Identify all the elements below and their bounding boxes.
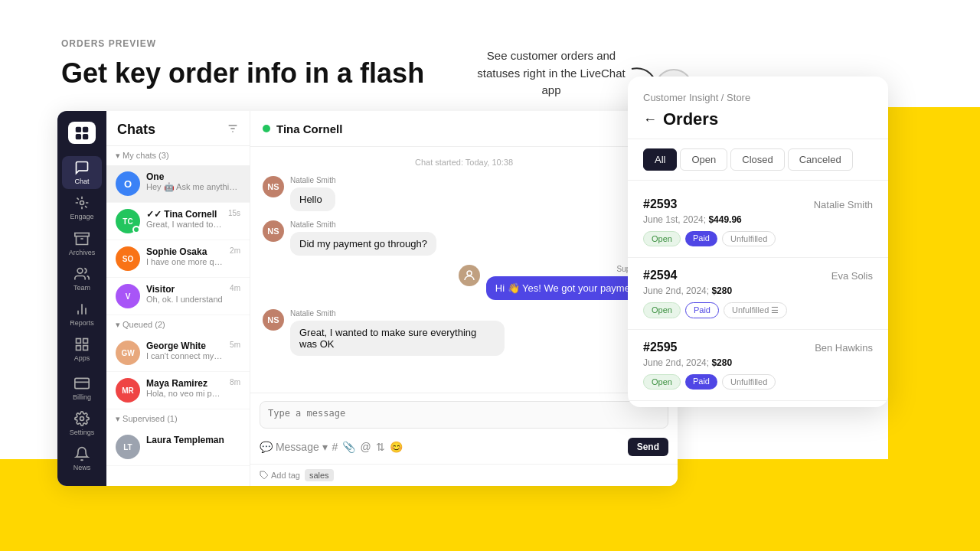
msg-bubble-hello: Hello	[290, 187, 335, 211]
yellow-bg-right	[888, 107, 980, 459]
chats-title: Chats	[117, 122, 155, 138]
sidebar-item-news-label: News	[74, 464, 91, 471]
chat-item-visitor[interactable]: V Visitor Oh, ok. I understand 4m	[106, 278, 250, 315]
chat-info-maya: Maya Ramirez Hola, no veo mi pedido en l…	[146, 378, 224, 398]
chats-panel: Chats ▾ My chats (3) O One Hey 🤖 Ask me …	[106, 111, 250, 486]
message-input[interactable]	[260, 401, 668, 429]
chat-item-george[interactable]: GW George White I can't connect my card.…	[106, 334, 250, 372]
sidebar-item-engage[interactable]: Engage	[62, 192, 102, 224]
insight-header: Customer Insight / Store ← Orders	[628, 77, 888, 139]
insight-panel: Customer Insight / Store ← Orders All Op…	[628, 77, 888, 407]
toolbar-left: 💬 Message ▾ # 📎 @ ⇅ 😊	[260, 441, 622, 453]
chat-time-maya: 8m	[230, 378, 240, 386]
nav-logo	[68, 122, 96, 144]
msg-hello: NS Natalie Smith Hello	[263, 176, 665, 211]
chat-item-tina[interactable]: TC ✓✓ Tina Cornell Great, I wanted to ma…	[106, 203, 250, 240]
svg-rect-17	[75, 378, 89, 388]
sidebar-item-team[interactable]: Team	[62, 262, 102, 295]
code-icon[interactable]: ⇅	[376, 441, 385, 453]
my-chats-label: ▾ My chats (3)	[106, 146, 250, 165]
badge-open-2595: Open	[643, 374, 681, 390]
order-badges-2594: Open Paid Unfulfilled ☰	[643, 302, 873, 318]
chat-item-laura[interactable]: LT Laura Templeman	[106, 429, 250, 466]
sidebar-item-settings[interactable]: Settings	[62, 407, 102, 439]
msg-avatar-natalie3: NS	[263, 309, 284, 331]
chat-messages: Chat started: Today, 10:38 NS Natalie Sm…	[250, 147, 678, 393]
tag-sales: sales	[305, 469, 334, 481]
tab-open[interactable]: Open	[680, 148, 727, 171]
badge-unfulfilled-2594: Unfulfilled ☰	[724, 302, 787, 318]
chat-item-one[interactable]: O One Hey 🤖 Ask me anything!	[106, 165, 250, 203]
svg-rect-16	[77, 346, 81, 350]
send-button[interactable]: Send	[628, 438, 668, 456]
chat-avatar-maya: MR	[116, 378, 140, 403]
msg-avatar-agent	[459, 265, 480, 286]
chat-avatar-sophie: SO	[116, 246, 140, 271]
tab-all[interactable]: All	[643, 148, 677, 171]
badge-open-2593: Open	[643, 231, 681, 246]
tab-closed[interactable]: Closed	[730, 148, 784, 171]
sidebar-item-billing[interactable]: Billing	[62, 372, 102, 404]
chat-info-tina: ✓✓ Tina Cornell Great, I wanted to make …	[146, 209, 222, 229]
msg-sender-natalie3: Natalie Smith	[290, 309, 505, 318]
svg-rect-14	[83, 339, 88, 344]
sidebar-item-chat[interactable]: Chat	[62, 156, 102, 188]
chat-time-sophie: 2m	[230, 246, 240, 255]
order-2595[interactable]: #2595 Ben Hawkins June 2nd, 2024; $280 O…	[628, 330, 888, 401]
chat-info-george: George White I can't connect my card...	[146, 341, 224, 360]
chat-header: Tina Cornell •••	[250, 111, 678, 147]
order-badges-2595: Open Paid Unfulfilled	[643, 374, 873, 390]
svg-rect-5	[83, 134, 88, 139]
msg-bubble-payment: Did my payment go through?	[290, 232, 436, 256]
order-date-2595: June 2nd, 2024; $280	[643, 357, 873, 368]
chat-tags-area: Add tag sales	[250, 464, 678, 486]
msg-agent-response: Support Agent Hi 👋 Yes! We got your paym…	[263, 265, 665, 300]
badge-paid-2593: Paid	[685, 231, 717, 246]
order-date-2593: June 1st, 2024; $449.96	[643, 214, 873, 225]
order-2593[interactable]: #2593 Natalie Smith June 1st, 2024; $449…	[628, 187, 888, 258]
sidebar-item-engage-label: Engage	[70, 213, 93, 220]
svg-point-9	[77, 268, 83, 273]
back-button[interactable]: ←	[643, 112, 657, 128]
msg-sender-natalie: Natalie Smith	[290, 176, 335, 184]
attachment-icon[interactable]: 📎	[342, 441, 355, 453]
chat-avatar-one: O	[116, 171, 140, 196]
order-id-2594: #2594	[643, 269, 678, 282]
msg-avatar-natalie: NS	[263, 176, 284, 197]
hashtag-icon[interactable]: #	[332, 441, 338, 453]
sidebar-item-apps-label: Apps	[74, 354, 90, 362]
tab-canceled[interactable]: Canceled	[788, 148, 853, 171]
orders-tabs: All Open Closed Canceled	[628, 139, 888, 181]
sidebar-item-reports-label: Reports	[70, 319, 94, 327]
chat-window: Tina Cornell ••• Chat started: Today, 10…	[250, 111, 678, 486]
supervised-label: ▾ Supervised (1)	[106, 409, 250, 429]
filter-icon[interactable]	[227, 122, 239, 138]
chat-info-sophie: Sophie Osaka I have one more question. C…	[146, 246, 224, 266]
chat-toolbar: 💬 Message ▾ # 📎 @ ⇅ 😊 Send	[260, 438, 668, 456]
order-date-2594: June 2nd, 2024; $280	[643, 285, 873, 296]
mention-icon[interactable]: @	[360, 441, 371, 453]
badge-open-2594: Open	[643, 302, 681, 318]
chat-avatar-visitor: V	[116, 284, 140, 308]
add-tag-button[interactable]: Add tag	[260, 471, 300, 480]
emoji-icon[interactable]: 😊	[390, 441, 403, 453]
sidebar-item-reports[interactable]: Reports	[62, 298, 102, 330]
orders-list: #2593 Natalie Smith June 1st, 2024; $449…	[628, 181, 888, 407]
badge-unfulfilled-2595: Unfulfilled	[722, 374, 776, 390]
order-badges-2593: Open Paid Unfulfilled	[643, 231, 873, 246]
order-customer-2595: Ben Hawkins	[815, 342, 873, 354]
order-id-2593: #2593	[643, 197, 678, 211]
sidebar-item-archives[interactable]: Archives	[62, 227, 102, 259]
msg-bubble-great: Great, I wanted to make sure everything …	[290, 321, 505, 356]
chat-time-visitor: 4m	[230, 284, 240, 292]
chat-item-maya[interactable]: MR Maya Ramirez Hola, no veo mi pedido e…	[106, 372, 250, 409]
order-id-2595: #2595	[643, 341, 678, 354]
sidebar-item-apps[interactable]: Apps	[62, 334, 102, 366]
sidebar-item-news[interactable]: News	[62, 443, 102, 475]
insight-breadcrumb: Customer Insight / Store	[643, 92, 873, 103]
badge-paid-2595: Paid	[685, 374, 717, 390]
chat-system-msg: Chat started: Today, 10:38	[263, 158, 665, 167]
message-type-selector[interactable]: 💬 Message ▾	[260, 441, 328, 453]
chat-item-sophie[interactable]: SO Sophie Osaka I have one more question…	[106, 240, 250, 278]
order-2594[interactable]: #2594 Eva Solis June 2nd, 2024; $280 Ope…	[628, 258, 888, 330]
